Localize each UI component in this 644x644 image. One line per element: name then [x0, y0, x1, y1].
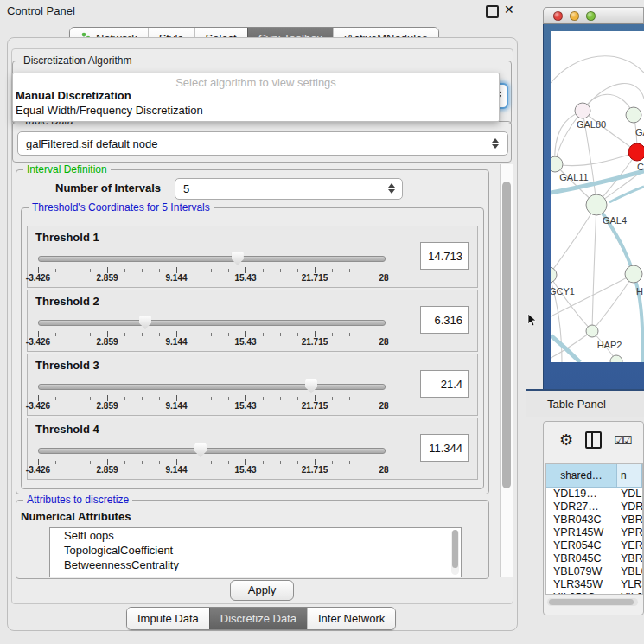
threshold-slider[interactable]: -3.4262.8599.14415.4321.71528	[38, 379, 384, 411]
scale-label: -3.426	[26, 465, 50, 475]
split-columns-icon[interactable]	[585, 431, 602, 449]
scale-label: 15.43	[234, 465, 256, 475]
panel-vertical-scrollbar[interactable]	[500, 164, 513, 577]
thresholds-group: Threshold's Coordinates for 5 Intervals …	[21, 207, 484, 489]
scale-label: 2.859	[96, 337, 118, 347]
algorithm-option-equal-width[interactable]: Equal Width/Frequency Discretization	[16, 104, 203, 117]
number-of-intervals-combo[interactable]: 5	[175, 178, 403, 200]
control-panel-title: Control Panel	[0, 4, 75, 17]
attribute-list-item[interactable]: TopologicalCoefficient	[50, 543, 461, 558]
threshold-value-field[interactable]: 11.344	[420, 434, 469, 462]
node-table[interactable]: shared… n YDL19…YDL1YDR27…YDR2YBR043CYBR…	[545, 463, 643, 595]
threshold-label: Threshold 1	[35, 231, 99, 244]
numerical-attributes-list[interactable]: SelfLoopsTopologicalCoefficientBetweenne…	[49, 527, 462, 577]
network-window-titlebar[interactable]	[543, 7, 644, 24]
bottom-tab-bar: Impute DataDiscretize DataInfer Network	[126, 607, 396, 630]
cell-shared-name: YER054C	[546, 539, 617, 552]
scale-label: 15.43	[234, 337, 256, 347]
scale-label: 21.715	[302, 465, 328, 475]
algorithm-option-manual[interactable]: Manual Discretization	[16, 89, 131, 102]
table-data-combo[interactable]: galFiltered.sif default node	[17, 131, 508, 156]
threshold-row: Threshold 1-3.4262.8599.14415.4321.71528…	[27, 226, 478, 288]
network-node[interactable]	[551, 267, 557, 283]
network-node[interactable]	[586, 194, 607, 215]
algorithm-dropdown-popup: Select algorithm to view settings Manual…	[12, 73, 500, 122]
threshold-value-field[interactable]: 6.316	[420, 306, 469, 334]
cell-name: YLR3	[617, 578, 642, 591]
attribute-list-item[interactable]: BetweennessCentrality	[50, 558, 461, 572]
cell-name: YPR1	[617, 526, 642, 539]
float-window-icon[interactable]	[486, 5, 499, 18]
combo-spinner-icon	[492, 138, 499, 149]
network-node[interactable]	[586, 325, 598, 337]
threshold-value-field[interactable]: 14.713	[420, 242, 469, 270]
mac-zoom-light-icon[interactable]	[586, 11, 596, 21]
slider-thumb[interactable]	[139, 316, 151, 329]
table-row[interactable]: YER054CYER0	[546, 539, 642, 552]
cell-shared-name: YBR045C	[546, 552, 617, 565]
table-row[interactable]: YIL052CYIL0	[546, 591, 642, 595]
scale-label: -3.426	[26, 337, 50, 347]
apply-button[interactable]: Apply	[230, 580, 294, 601]
threshold-row: Threshold 2-3.4262.8599.14415.4321.71528…	[27, 290, 478, 352]
bottom-tab-label: Infer Network	[318, 612, 385, 625]
table-row[interactable]: YBL079WYBL0	[546, 565, 642, 578]
scale-label: -3.426	[26, 401, 50, 411]
cell-name: YDL1	[617, 488, 642, 501]
algorithm-popup-placeholder: Select algorithm to view settings	[13, 76, 499, 89]
slider-track	[38, 320, 386, 326]
table-panel-toolbar: ⚙ ☑☑	[544, 429, 643, 451]
table-row[interactable]: YDR27…YDR2	[546, 501, 642, 513]
mac-minimize-light-icon[interactable]	[570, 11, 579, 21]
slider-thumb[interactable]	[194, 443, 207, 457]
list-scrollbar[interactable]	[451, 530, 459, 575]
bottom-tab-label: Impute Data	[137, 612, 199, 625]
node-label: GAL4	[603, 215, 627, 226]
table-row[interactable]: YBR045CYBR0	[546, 552, 642, 565]
bottom-tab-infer-network[interactable]: Infer Network	[307, 608, 395, 629]
attributes-group-title: Attributes to discretize	[23, 494, 132, 506]
network-canvas[interactable]: GAL80GACGAL11GAL4GCY1HHAP2	[551, 31, 644, 362]
scale-label: 28	[379, 273, 388, 283]
scale-label: 21.715	[302, 273, 328, 283]
threshold-label: Threshold 4	[35, 423, 99, 436]
network-node[interactable]	[625, 265, 642, 283]
slider-thumb[interactable]	[305, 379, 317, 393]
scale-label: 28	[379, 337, 388, 347]
slider-track	[38, 448, 386, 454]
checkbox-checked-icon[interactable]: ☑☑	[614, 434, 630, 447]
threshold-slider[interactable]: -3.4262.8599.14415.4321.71528	[38, 251, 384, 284]
table-row[interactable]: YLR345WYLR3	[546, 578, 642, 591]
close-icon[interactable]: ✕	[504, 3, 514, 16]
threshold-value-field[interactable]: 21.4	[420, 370, 469, 398]
network-node[interactable]	[575, 103, 590, 118]
table-row[interactable]: YPR145WYPR1	[546, 526, 642, 539]
cell-name: YBL0	[617, 565, 642, 578]
column-header-shared-name[interactable]: shared…	[546, 464, 617, 487]
slider-scale-labels: -3.4262.8599.14415.4321.71528	[38, 337, 384, 348]
table-panel-title: Table Panel	[526, 398, 606, 411]
bottom-tab-impute-data[interactable]: Impute Data	[127, 608, 209, 629]
node-label: GA	[635, 127, 644, 137]
table-horizontal-scrollbar[interactable]	[547, 598, 638, 606]
network-node[interactable]	[628, 143, 644, 161]
network-node[interactable]	[551, 156, 563, 172]
network-node[interactable]	[626, 107, 641, 123]
table-panel-titlebar: Table Panel	[526, 391, 644, 417]
node-label: GCY1	[551, 286, 575, 296]
table-row[interactable]: YBR043CYBR0	[546, 513, 642, 526]
table-rows: YDL19…YDL1YDR27…YDR2YBR043CYBR0YPR145WYP…	[546, 488, 642, 595]
scale-label: 2.859	[96, 465, 118, 475]
column-header-name[interactable]: n	[617, 464, 642, 487]
threshold-slider[interactable]: -3.4262.8599.14415.4321.71528	[38, 443, 384, 475]
bottom-tab-discretize-data[interactable]: Discretize Data	[209, 608, 307, 629]
table-row[interactable]: YDL19…YDL1	[546, 488, 642, 501]
control-panel-titlebar: Control Panel	[0, 0, 526, 21]
mac-close-light-icon[interactable]	[553, 11, 563, 21]
slider-thumb[interactable]	[232, 252, 244, 265]
gear-icon[interactable]: ⚙	[559, 432, 573, 448]
threshold-slider[interactable]: -3.4262.8599.14415.4321.71528	[38, 315, 384, 348]
network-node[interactable]	[610, 355, 622, 362]
threshold-label: Threshold 2	[35, 295, 99, 308]
attribute-list-item[interactable]: SelfLoops	[50, 528, 461, 543]
